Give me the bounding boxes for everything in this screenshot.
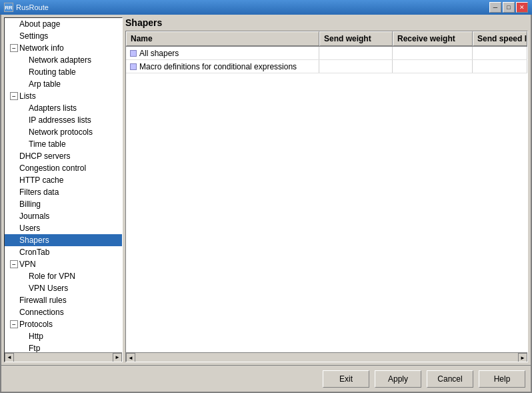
sidebar-label-protocols: Protocols xyxy=(19,320,53,329)
sidebar-item-shapers[interactable]: Shapers xyxy=(5,234,122,246)
sidebar-item-role-for-vpn[interactable]: Role for VPN xyxy=(5,270,122,282)
sidebar-item-network-info[interactable]: −Network info xyxy=(5,42,122,54)
sidebar-item-dhcp-servers[interactable]: DHCP servers xyxy=(5,150,122,162)
expander-lists[interactable]: − xyxy=(10,92,18,100)
sidebar-item-filters-data[interactable]: Filters data xyxy=(5,186,122,198)
sidebar-label-network-protocols: Network protocols xyxy=(29,127,93,137)
table-hscroll-left[interactable]: ◄ xyxy=(126,353,135,362)
sidebar-label-billing: Billing xyxy=(19,200,41,209)
sidebar-item-time-table[interactable]: Time table xyxy=(5,138,122,150)
sidebar-item-congestion-control[interactable]: Congestion control xyxy=(5,162,122,174)
sidebar-item-ftp[interactable]: Ftp xyxy=(5,342,122,352)
sidebar-item-vpn-users[interactable]: VPN Users xyxy=(5,282,122,294)
sidebar-item-http[interactable]: Http xyxy=(5,330,122,342)
cancel-button[interactable]: Cancel xyxy=(427,370,473,388)
sidebar-label-filters-data: Filters data xyxy=(19,187,59,197)
main-window: About pageSettings−Network infoNetwork a… xyxy=(0,15,532,393)
sidebar-label-http: Http xyxy=(29,332,43,341)
sidebar-item-connections[interactable]: Connections xyxy=(5,306,122,318)
apply-button[interactable]: Apply xyxy=(375,370,421,388)
sidebar-label-ip-addresses: IP addresses lists xyxy=(29,115,91,125)
sidebar-label-settings: Settings xyxy=(19,31,48,41)
row-name-0: All shapers xyxy=(139,49,179,58)
sidebar-label-adapters-lists: Adapters lists xyxy=(29,103,77,113)
shapers-table: Name Send weight Receive weight Send spe… xyxy=(125,31,528,362)
col-header-name: Name xyxy=(126,31,319,46)
sidebar-item-network-adapters[interactable]: Network adapters xyxy=(5,54,122,66)
sidebar-label-vpn: VPN xyxy=(19,260,36,269)
sidebar-scroll[interactable]: About pageSettings−Network infoNetwork a… xyxy=(5,18,122,352)
sidebar-item-arp-table[interactable]: Arp table xyxy=(5,78,122,90)
sidebar-item-firewall-rules[interactable]: Firewall rules xyxy=(5,294,122,306)
table-hscroll-right[interactable]: ► xyxy=(518,353,527,362)
cell-name-1: Macro definitions for conditional expres… xyxy=(126,60,319,73)
sidebar-item-routing-table[interactable]: Routing table xyxy=(5,66,122,78)
sidebar-hscroll[interactable]: ◄ ► xyxy=(5,352,122,362)
app-title: RusRoute xyxy=(16,3,489,11)
sidebar-label-crontab: CronTab xyxy=(19,248,49,257)
expander-network-info[interactable]: − xyxy=(10,44,18,52)
bottom-bar: Exit Apply Cancel Help xyxy=(1,365,531,392)
sidebar-label-dhcp-servers: DHCP servers xyxy=(19,151,70,161)
table-hscroll-track xyxy=(135,353,518,362)
cell-send-speed-0 xyxy=(473,47,527,59)
sidebar-item-billing[interactable]: Billing xyxy=(5,198,122,210)
sidebar: About pageSettings−Network infoNetwork a… xyxy=(4,17,123,362)
expander-protocols[interactable]: − xyxy=(10,320,18,328)
sidebar-item-crontab[interactable]: CronTab xyxy=(5,246,122,258)
maximize-button[interactable]: □ xyxy=(503,2,515,13)
table-hscroll[interactable]: ◄ ► xyxy=(126,352,527,362)
title-bar: RR RusRoute ─ □ ✕ xyxy=(0,0,532,15)
sidebar-item-settings[interactable]: Settings xyxy=(5,30,122,42)
sidebar-item-about[interactable]: About page xyxy=(5,18,122,30)
sidebar-label-users: Users xyxy=(19,224,40,233)
help-button[interactable]: Help xyxy=(479,370,525,388)
sidebar-label-lists: Lists xyxy=(19,91,36,101)
sidebar-label-connections: Connections xyxy=(19,308,64,317)
sidebar-label-journals: Journals xyxy=(19,212,49,221)
sidebar-hscroll-left[interactable]: ◄ xyxy=(5,353,14,362)
exit-button[interactable]: Exit xyxy=(323,370,369,388)
cell-recv-weight-1 xyxy=(393,60,473,73)
cell-send-weight-1 xyxy=(319,60,393,73)
sidebar-item-journals[interactable]: Journals xyxy=(5,210,122,222)
sidebar-label-shapers: Shapers xyxy=(19,236,49,245)
cell-recv-weight-0 xyxy=(393,47,473,59)
sidebar-item-vpn[interactable]: −VPN xyxy=(5,258,122,270)
row-icon-1 xyxy=(130,63,137,70)
panel-title: Shapers xyxy=(125,17,528,28)
row-name-1: Macro definitions for conditional expres… xyxy=(139,62,297,71)
table-body[interactable]: All shapers Macro definitions for condit… xyxy=(126,47,527,352)
sidebar-item-network-protocols[interactable]: Network protocols xyxy=(5,126,122,138)
sidebar-item-http-cache[interactable]: HTTP cache xyxy=(5,174,122,186)
table-row[interactable]: Macro definitions for conditional expres… xyxy=(126,60,527,73)
main-panel: Shapers Name Send weight Receive weight … xyxy=(125,17,528,362)
sidebar-label-firewall-rules: Firewall rules xyxy=(19,296,67,305)
sidebar-item-protocols[interactable]: −Protocols xyxy=(5,318,122,330)
minimize-button[interactable]: ─ xyxy=(489,2,501,13)
sidebar-label-arp-table: Arp table xyxy=(29,79,61,89)
cell-send-speed-1 xyxy=(473,60,527,73)
sidebar-label-network-adapters: Network adapters xyxy=(29,55,91,65)
expander-vpn[interactable]: − xyxy=(10,260,18,268)
window-content: About pageSettings−Network infoNetwork a… xyxy=(1,15,531,365)
close-button[interactable]: ✕ xyxy=(516,2,528,13)
sidebar-label-role-for-vpn: Role for VPN xyxy=(29,272,75,281)
table-row[interactable]: All shapers xyxy=(126,47,527,60)
sidebar-label-ftp: Ftp xyxy=(29,344,40,352)
sidebar-item-users[interactable]: Users xyxy=(5,222,122,234)
sidebar-item-lists[interactable]: −Lists xyxy=(5,90,122,102)
sidebar-label-http-cache: HTTP cache xyxy=(19,175,63,185)
sidebar-label-routing-table: Routing table xyxy=(29,67,76,77)
sidebar-label-congestion-control: Congestion control xyxy=(19,163,86,173)
sidebar-item-adapters-lists[interactable]: Adapters lists xyxy=(5,102,122,114)
sidebar-item-ip-addresses[interactable]: IP addresses lists xyxy=(5,114,122,126)
sidebar-label-vpn-users: VPN Users xyxy=(29,284,68,293)
col-header-recv-weight: Receive weight xyxy=(393,31,473,46)
row-icon-0 xyxy=(130,50,137,57)
sidebar-hscroll-right[interactable]: ► xyxy=(113,353,122,362)
sidebar-label-network-info: Network info xyxy=(19,43,64,53)
table-header: Name Send weight Receive weight Send spe… xyxy=(126,31,527,47)
col-header-send-weight: Send weight xyxy=(319,31,393,46)
sidebar-label-time-table: Time table xyxy=(29,139,66,149)
